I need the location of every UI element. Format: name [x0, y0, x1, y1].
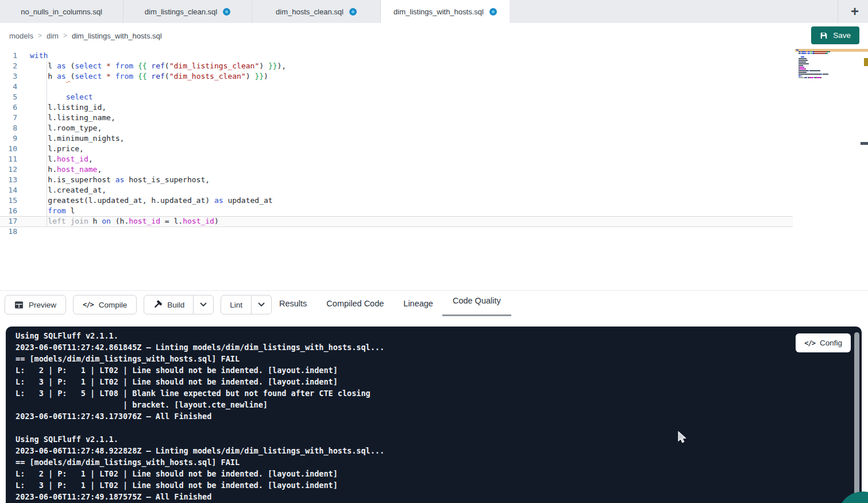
terminal-line [16, 422, 384, 433]
line-number: 7 [0, 113, 17, 123]
minimap[interactable] [796, 49, 842, 80]
line-number: 17 [0, 216, 17, 226]
terminal-line: == [models/dim/dim_listings_with_hosts.s… [16, 456, 384, 468]
editor-tab[interactable]: no_nulls_in_columns.sql [0, 0, 124, 23]
build-button[interactable]: Build [144, 295, 193, 314]
preview-label: Preview [29, 301, 56, 309]
code-line: l.host_id, [30, 154, 793, 164]
unsaved-dot-icon[interactable] [223, 8, 230, 16]
results-tab-compiled-code[interactable]: Compiled Code [322, 291, 388, 316]
code-line: greatest(l.updated_at, h.updated_at) as … [30, 195, 793, 206]
hammer-icon [153, 300, 162, 309]
lint-split-button: Lint [221, 295, 272, 314]
breadcrumb-item[interactable]: models [9, 32, 33, 40]
unsaved-dot-icon[interactable] [489, 8, 497, 16]
build-label: Build [167, 301, 184, 309]
line-number: 6 [0, 102, 17, 113]
minimap-line [796, 70, 842, 71]
code-brackets-icon: </> [83, 301, 94, 309]
terminal-line: L: 3 | P: 1 | LT02 | Line should not be … [16, 479, 384, 491]
minimap-line [796, 56, 842, 57]
terminal-line: Using SQLFluff v2.1.1. [16, 330, 384, 341]
breadcrumb-item[interactable]: dim [47, 32, 59, 40]
code-line: h.host_name, [30, 164, 793, 175]
config-label: Config [820, 339, 842, 347]
tab-label: dim_listings_with_hosts.sql [394, 7, 484, 16]
code-line: with [30, 51, 793, 61]
new-tab-area: + [838, 0, 868, 23]
terminal-line: 2023-06-06T11:27:49.187575Z — All Finish… [16, 491, 384, 502]
chevron-down-icon [200, 302, 207, 307]
terminal-line: L: 3 | P: 5 | LT08 | Blank line expected… [16, 387, 384, 399]
terminal-line: Using SQLFluff v2.1.1. [16, 433, 384, 445]
code-area[interactable]: with l as (select * from {{ ref("dim_lis… [30, 51, 793, 237]
minimap-line [796, 77, 842, 78]
line-number: 16 [0, 206, 17, 216]
code-line: l.minimum_nights, [30, 133, 793, 144]
save-icon [820, 32, 828, 40]
terminal-line: L: 2 | P: 1 | LT02 | Line should not be … [16, 468, 384, 479]
results-tab-results[interactable]: Results [275, 291, 311, 316]
new-tab-button[interactable]: + [846, 3, 863, 20]
line-number: 18 [0, 226, 17, 237]
minimap-line [796, 79, 842, 80]
editor-tab[interactable]: dim_listings_with_hosts.sql [381, 0, 510, 23]
line-number: 3 [0, 71, 17, 82]
lint-button[interactable]: Lint [221, 295, 251, 314]
unsaved-dot-icon[interactable] [349, 8, 357, 16]
breadcrumb-item[interactable]: dim_listings_with_hosts.sql [72, 32, 162, 40]
plus-icon: + [851, 3, 859, 20]
code-line: h.is_superhost as host_is_superhost, [30, 175, 793, 185]
code-line [30, 82, 793, 92]
minimap-line [796, 75, 842, 76]
code-line: l.room_type, [30, 123, 793, 133]
editor-tab[interactable]: dim_listings_clean.sql [124, 0, 252, 23]
results-tab-code-quality[interactable]: Code Quality [448, 291, 506, 316]
minimap-line [796, 55, 842, 56]
editor-tab[interactable]: dim_hosts_clean.sql [252, 0, 381, 23]
breadcrumb-separator-icon: > [38, 32, 42, 40]
terminal-line: L: 3 | P: 1 | LT02 | Line should not be … [16, 376, 384, 387]
line-number: 5 [0, 92, 17, 102]
line-number: 15 [0, 195, 17, 206]
code-line: h as (select * from {{ ref("dim_hosts_cl… [30, 71, 793, 82]
compile-label: Compile [99, 301, 128, 309]
minimap-line [796, 49, 842, 51]
save-button[interactable]: Save [811, 26, 859, 44]
minimap-line [796, 65, 842, 66]
compile-button[interactable]: </> Compile [73, 295, 137, 314]
tab-list: no_nulls_in_columns.sqldim_listings_clea… [0, 0, 510, 23]
preview-button[interactable]: Preview [5, 295, 66, 314]
code-brackets-icon: </> [804, 339, 815, 347]
code-line: l.listing_name, [30, 113, 793, 123]
code-line: l.created_at, [30, 185, 793, 195]
breadcrumb: models>dim>dim_listings_with_hosts.sql [9, 32, 162, 40]
preview-grid-icon [14, 301, 24, 309]
code-editor[interactable]: 123456789101112131415161718 with l as (s… [0, 48, 868, 290]
code-line: l.listing_id, [30, 102, 793, 113]
lint-dropdown-button[interactable] [252, 295, 271, 314]
line-number: 14 [0, 185, 17, 195]
results-tab-lineage[interactable]: Lineage [399, 291, 438, 316]
action-toolbar: Preview </> Compile Build Lint [5, 295, 272, 314]
tab-label: dim_listings_clean.sql [145, 7, 217, 16]
code-line: from l [30, 206, 793, 216]
terminal-scrollbar[interactable] [854, 332, 859, 500]
terminal-line: 2023-06-06T11:27:48.922828Z — Linting mo… [16, 445, 384, 456]
minimap-line [796, 53, 842, 54]
breadcrumb-bar: models>dim>dim_listings_with_hosts.sql S… [0, 23, 868, 48]
code-line [30, 226, 793, 237]
terminal-line: | bracket. [layout.cte_newline] [16, 399, 384, 410]
code-line: l.price, [30, 144, 793, 154]
result-tabs: ResultsCompiled CodeLineageCode Quality [275, 291, 506, 316]
tab-label: dim_hosts_clean.sql [276, 7, 344, 16]
build-dropdown-button[interactable] [194, 295, 213, 314]
code-line: l as (select * from {{ ref("dim_listings… [30, 61, 793, 71]
overview-ruler-cursor-marker [861, 142, 868, 145]
line-number: 13 [0, 175, 17, 185]
config-button[interactable]: </> Config [796, 333, 851, 352]
tab-bar: no_nulls_in_columns.sqldim_listings_clea… [0, 0, 868, 23]
terminal-line: 2023-06-06T11:27:43.173076Z — All Finish… [16, 410, 384, 422]
minimap-line [796, 58, 842, 59]
line-number: 11 [0, 154, 17, 164]
